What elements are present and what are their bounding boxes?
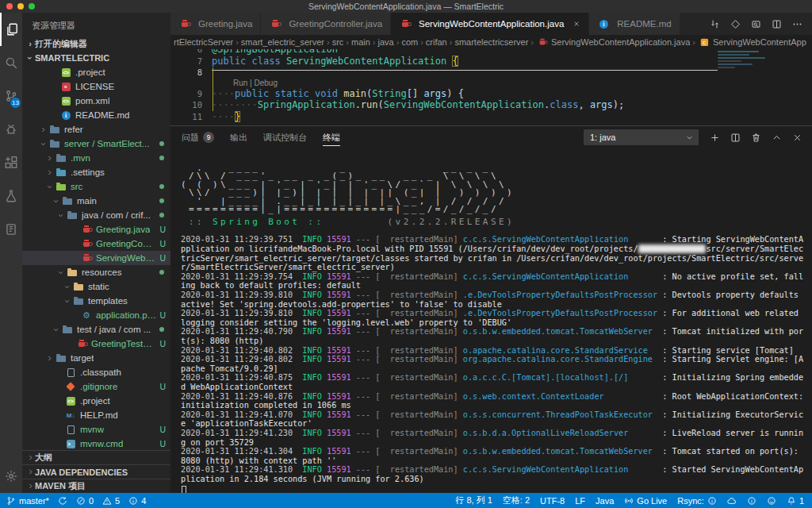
split-terminal-icon[interactable] <box>730 133 741 143</box>
tree-item-license[interactable]: ≡LICENSE <box>22 79 170 94</box>
tree-item-greetingcontr...[interactable]: GreetingContr...U <box>22 237 170 251</box>
markdown-file-icon: M↓ <box>64 410 77 421</box>
status-errors-label: 0 <box>89 496 94 506</box>
status-errors[interactable]: 0 <box>76 496 94 506</box>
tab-greeting.java[interactable]: Greeting.java <box>170 13 261 35</box>
breadcrumb-item[interactable]: src <box>332 37 344 47</box>
folder-icon <box>72 295 85 306</box>
status-go-live[interactable]: Go Live <box>624 496 667 506</box>
tree-item-refer[interactable]: refer <box>22 122 170 137</box>
open-preview-icon[interactable] <box>751 19 761 29</box>
breadcrumb-item[interactable]: java <box>378 37 394 47</box>
activity-source-control[interactable]: 13 <box>0 79 22 113</box>
minimap[interactable] <box>718 51 781 70</box>
new-terminal-icon[interactable] <box>710 133 720 143</box>
kill-terminal-icon[interactable] <box>751 133 761 143</box>
tree-item-greetingtests.j...[interactable]: GreetingTests.j...U <box>22 337 170 351</box>
status-encoding[interactable]: UTF-8 <box>540 496 565 506</box>
tree-item-application.pr...[interactable]: ⚙application.pr...U <box>22 308 170 322</box>
breadcrumb-item[interactable]: main <box>351 37 370 47</box>
close-tab-icon[interactable] <box>573 20 580 28</box>
status-language-mode[interactable]: Java <box>596 496 614 506</box>
tree-item-.project[interactable]: <>.project <box>22 65 170 79</box>
activity-test-explorer[interactable] <box>0 179 22 213</box>
tree-item-.classpath[interactable]: .classpath <box>22 365 170 379</box>
status-sync[interactable] <box>58 496 67 506</box>
tree-item-mvnw.cmd[interactable]: >_mvnw.cmdU <box>22 437 170 451</box>
tree-item-.settings[interactable]: .settings <box>22 165 170 179</box>
tree-item-.mvn[interactable]: .mvn <box>22 151 170 165</box>
tree-item-servingwebc...[interactable]: ServingWebC...U <box>22 251 170 265</box>
run-diamond-icon[interactable] <box>730 19 741 29</box>
tree-item-target[interactable]: target <box>22 351 170 365</box>
status-rsync[interactable]: Rsync: <box>677 496 717 506</box>
status-info-indicator[interactable] <box>747 496 756 506</box>
status-notifications[interactable]: 1 <box>787 496 804 506</box>
tree-item-main[interactable]: main <box>22 194 170 208</box>
open-editors-section[interactable]: › 打开的编辑器 <box>22 37 170 51</box>
tree-item-test-java-com-...[interactable]: test / java / com ... <box>22 322 170 337</box>
terminal[interactable]: . ____ _ __ _ _ /\\ / ___'_ __ _ _(_)_ _… <box>181 148 812 493</box>
status-feedback[interactable] <box>767 496 776 506</box>
tree-item-pom.xml[interactable]: <>pom.xml <box>22 94 170 108</box>
panel-tab-终端[interactable]: 终端 <box>323 126 340 148</box>
close-window-button[interactable] <box>6 3 13 10</box>
tree-item-resources[interactable]: resources <box>22 265 170 279</box>
tree-item-java-com-crif...[interactable]: java / com / crif... <box>22 208 170 222</box>
panel-tab-输出[interactable]: 输出 <box>230 126 247 148</box>
tree-item-server-smartelect...[interactable]: server / SmartElect... <box>22 137 170 151</box>
tree-item-label: static <box>88 282 109 291</box>
tab-greetingcontroller.java[interactable]: GreetingController.java <box>261 13 391 35</box>
terminal-selector-dropdown[interactable]: 1: java <box>584 129 699 145</box>
split-editor-icon[interactable] <box>772 19 782 29</box>
sidebar-section-java-dependencies[interactable]: JAVA DEPENDENCIES <box>22 464 170 479</box>
panel-tab-调试控制台[interactable]: 调试控制台 <box>263 126 307 148</box>
breadcrumb-item[interactable]: com <box>401 37 418 47</box>
tab-servingwebcontentapplication.java[interactable]: ServingWebContentApplication.java <box>391 13 589 35</box>
status-cursor-position[interactable]: 行 8, 列 1 <box>455 495 492 506</box>
status-git-branch[interactable]: master* <box>6 496 49 506</box>
activity-run-and-debug[interactable] <box>0 113 22 146</box>
tree-item-help.md[interactable]: M↓HELP.md <box>22 408 170 422</box>
activity-search[interactable] <box>0 46 22 79</box>
codelens-run-debug[interactable]: Run | Debug <box>170 79 718 88</box>
project-root-section[interactable]: › SMARTELECTRIC <box>22 51 170 65</box>
compare-changes-icon[interactable] <box>710 19 720 29</box>
sidebar-section-maven-[interactable]: MAVEN 项目 <box>22 479 170 493</box>
more-actions-icon[interactable] <box>792 19 802 29</box>
status-cloud[interactable] <box>727 496 737 506</box>
tree-item-.gitignore[interactable]: .gitignoreU <box>22 379 170 394</box>
tab-readme.md[interactable]: iREADME.md <box>589 13 680 35</box>
tree-item-src[interactable]: src <box>22 179 170 194</box>
breadcrumb-item[interactable]: crifan <box>426 37 447 47</box>
tree-item-mvnw[interactable]: mvnwU <box>22 422 170 437</box>
close-panel-icon[interactable] <box>792 133 802 143</box>
tree-item-templates[interactable]: templates <box>22 294 170 308</box>
activity-settings[interactable] <box>0 460 22 493</box>
status-indentation[interactable]: 空格: 2 <box>503 495 530 506</box>
line-number: 10 <box>170 99 202 111</box>
breadcrumb-symbol[interactable]: CServingWebContentApp <box>698 37 806 48</box>
zoom-window-button[interactable] <box>29 3 35 10</box>
breadcrumb-item[interactable]: smartelectricserver <box>454 37 528 47</box>
maximize-panel-icon[interactable] <box>772 133 782 143</box>
code-editor[interactable]: 6@SpringBootApplication7public class Ser… <box>170 49 812 125</box>
breadcrumb-file[interactable]: ServingWebContentApplication.java <box>536 37 690 48</box>
xml-file-icon: <> <box>59 67 72 78</box>
tree-item-.project[interactable]: <>.project <box>22 394 170 408</box>
status-infos[interactable]: 4 <box>128 496 146 506</box>
panel-tab-问题[interactable]: 问题9 <box>182 126 214 148</box>
tree-item-greeting.java[interactable]: Greeting.javaU <box>22 222 170 237</box>
status-warnings[interactable]: 5 <box>102 496 120 506</box>
tree-item-readme.md[interactable]: iREADME.md <box>22 108 170 122</box>
sidebar-section--[interactable]: 大纲 <box>22 450 170 464</box>
activity-java-projects[interactable] <box>0 213 22 246</box>
activity-explorer[interactable] <box>0 13 22 46</box>
activity-extensions[interactable] <box>0 146 22 179</box>
tree-item-static[interactable]: static <box>22 279 170 294</box>
breadcrumb-item[interactable]: rtElectricServer <box>174 37 233 47</box>
status-eol[interactable]: LF <box>575 496 585 506</box>
minimize-window-button[interactable] <box>17 3 24 10</box>
breadcrumb-separator: › <box>396 37 400 47</box>
breadcrumb-item[interactable]: smart_electric_server <box>241 37 324 47</box>
